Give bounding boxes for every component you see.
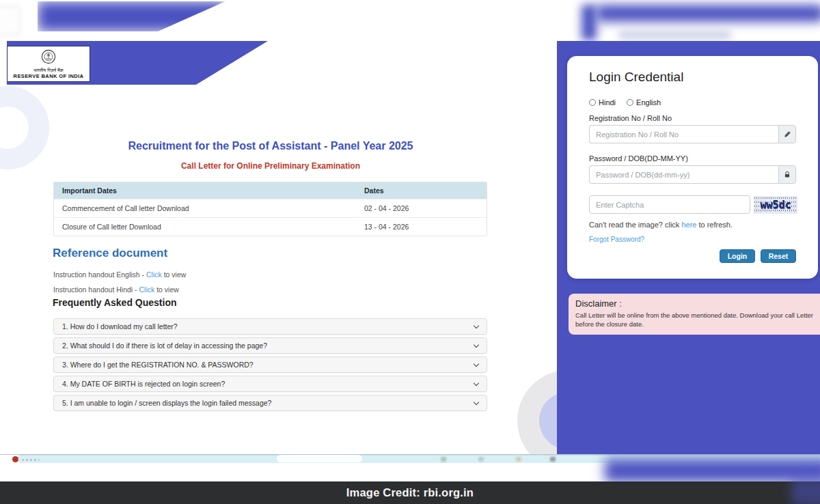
blurred-banner-shape [38,1,226,31]
faq-question: 2. What should I do if there is lot of d… [62,341,267,350]
logo-hindi-text: भारतीय रिज़र्व बैंक [33,68,64,73]
radio-english-input[interactable] [627,99,633,106]
image-credit-bar: Image Credit: rbi.org.in [0,481,820,504]
registration-input[interactable] [589,125,778,143]
instruction-handout-hindi: Instruction handout Hindi - Click to vie… [53,285,179,294]
table-header-important-dates: Important Dates [54,186,363,195]
chevron-down-icon [474,361,479,366]
reset-button[interactable]: Reset [761,249,796,263]
login-card: Login Credential Hindi English Registrat… [567,56,818,279]
faq-item-4[interactable]: 4. My DATE OF BIRTH is rejected on login… [53,376,487,392]
disclaimer-heading: Disclaimer : [575,298,813,309]
click-to-view-link[interactable]: Click [139,285,155,294]
blurred-panel-edge [582,5,597,40]
faq-item-1[interactable]: 1. How do I download my call letter? [53,318,487,335]
faq-question: 4. My DATE OF BIRTH is rejected on login… [62,380,225,388]
blurred-text-smudge [618,31,731,39]
faq-question: 1. How do I download my call letter? [62,322,178,331]
chevron-down-icon [474,380,479,385]
faq-question: 3. Where do I get the REGISTRATION NO. &… [62,361,254,369]
taskbar-icon-smudge [441,457,446,462]
captcha-input[interactable] [589,195,750,214]
lock-icon-button[interactable] [778,165,796,184]
instruction-prefix: Instruction handout Hindi - [53,285,139,294]
radio-english-label: English [636,98,661,107]
registration-label: Registration No / Roll No [589,114,672,122]
faq-accordion: 1. How do I download my call letter? 2. … [53,318,487,414]
taskbar-highlight [277,455,362,462]
important-dates-table: Important Dates Dates Commencement of Ca… [53,182,487,236]
instruction-suffix: to view [154,285,179,294]
captcha-image: ww5dc [754,196,797,214]
faq-item-3[interactable]: 3. Where do I get the REGISTRATION NO. &… [53,356,487,373]
blurred-corner-shape [605,459,820,482]
edit-icon-button[interactable] [778,125,796,143]
rbi-seal-icon [41,49,56,67]
forgot-password-link[interactable]: Forgot Password? [589,236,644,243]
faq-item-5[interactable]: 5. I am unable to login / screen display… [53,395,487,411]
page-title: Recruitment for the Post of Assistant - … [0,140,541,152]
logo-english-text: RESERVE BANK OF INDIA [14,73,84,79]
captcha-row: ww5dc [589,195,797,214]
ring-decoration [0,86,49,169]
language-radio-group: Hindi English [589,98,661,107]
image-credit-text: Image Credit: rbi.org.in [346,486,474,499]
table-row: Commencement of Call letter Download 02 … [54,199,487,217]
main-screenshot: भारतीय रिज़र्व बैंक RESERVE BANK OF INDI… [0,41,820,455]
faq-heading: Frequently Asked Question [53,297,177,308]
disclaimer-body: Call Letter will be online from the abov… [575,311,813,329]
instruction-prefix: Instruction handout English - [53,270,146,279]
instruction-suffix: to view [162,270,187,279]
table-header-dates: Dates [363,186,487,195]
refresh-suffix: to refresh. [696,221,733,229]
registration-input-group [589,125,796,143]
rbi-logo: भारतीय रिज़र्व बैंक RESERVE BANK OF INDI… [7,46,90,82]
login-card-title: Login Credential [589,70,683,85]
table-cell-date: 02 - 04 - 2026 [363,204,487,212]
click-to-view-link[interactable]: Click [146,270,162,279]
password-label: Password / DOB(DD-MM-YY) [589,154,688,163]
table-cell-label: Closure of Call letter Download [54,223,363,231]
refresh-prefix: Can't read the image? click [589,221,681,229]
table-cell-date: 13 - 04 - 2026 [363,223,487,231]
page-subtitle: Call Letter for Online Preliminary Exami… [0,161,541,171]
taskbar-icon-smudge [478,457,484,462]
chevron-down-icon [474,399,479,404]
instruction-handout-english: Instruction handout English - Click to v… [53,270,186,279]
reference-document-heading: Reference document [53,247,167,260]
faq-question: 5. I am unable to login / screen display… [62,399,271,407]
taskbar-dots [22,459,40,461]
password-input[interactable] [589,165,778,184]
disclaimer-box: Disclaimer : Call Letter will be online … [569,294,820,335]
chevron-down-icon [474,341,479,347]
password-input-group [589,165,796,184]
captcha-refresh-line: Can't read the image? click here to refr… [589,221,733,229]
lock-icon [784,169,791,181]
browser-icon [12,456,18,462]
radio-hindi-input[interactable] [589,99,596,106]
radio-hindi-label: Hindi [599,98,616,107]
table-header-row: Important Dates Dates [54,182,487,199]
taskbar-icon-smudge [516,457,521,462]
blurred-panel-bar [596,5,820,22]
faq-item-2[interactable]: 2. What should I do if there is lot of d… [53,337,487,354]
table-cell-label: Commencement of Call letter Download [54,204,363,212]
blurred-card-corner [0,5,20,36]
login-panel: Login Credential Hindi English Registrat… [557,41,820,455]
login-buttons: Login Reset [720,249,796,263]
chevron-down-icon [474,322,479,328]
radio-hindi[interactable]: Hindi [589,98,616,107]
table-row: Closure of Call letter Download 13 - 04 … [54,217,487,236]
login-button[interactable]: Login [720,249,755,263]
taskbar-icon-smudge [550,457,556,462]
radio-english[interactable]: English [627,98,661,107]
blurred-bar-corner [791,478,820,504]
refresh-here-link[interactable]: here [681,221,696,229]
pencil-icon [784,128,791,141]
page: भारतीय रिज़र्व बैंक RESERVE BANK OF INDI… [0,0,820,504]
